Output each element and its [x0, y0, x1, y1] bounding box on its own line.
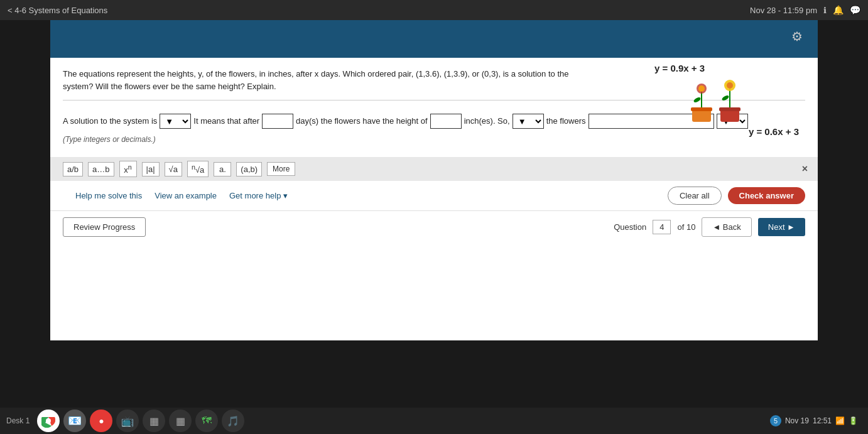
back-button[interactable]: ◄ Back [702, 217, 751, 237]
taskbar-grid1[interactable]: ▦ [143, 410, 165, 432]
info-icon[interactable]: ℹ [823, 6, 827, 15]
bottom-toolbar: Review Progress Question 4 of 10 ◄ Back … [50, 210, 818, 243]
top-bar: < 4-6 Systems of Equations Nov 28 - 11:5… [0, 0, 868, 20]
flower-display: y = 0.9x + 3 y = 0.6x + 3 [654, 63, 799, 138]
taskbar-badge: 5 [770, 415, 781, 426]
taskbar-date: Nov 19 [785, 416, 809, 425]
fraction-btn[interactable]: a/b [63, 162, 83, 176]
clear-all-button[interactable]: Clear all [668, 187, 722, 205]
days-input[interactable] [262, 114, 293, 129]
taskbar-clock: 12:51 [813, 416, 832, 425]
inches-input[interactable] [430, 114, 462, 129]
mixed-num-btn[interactable]: a…b [88, 162, 114, 176]
settings-icon[interactable]: ⚙ [791, 30, 803, 43]
abs-val-btn[interactable]: |a| [142, 162, 160, 176]
taskbar-chrome[interactable] [37, 410, 60, 432]
of-label: of 10 [677, 222, 695, 232]
question-label: Question [614, 222, 646, 232]
svg-point-4 [698, 85, 705, 92]
help-me-link[interactable]: Help me solve this [75, 191, 142, 200]
chrome-icon [41, 414, 55, 428]
svg-point-5 [693, 96, 701, 103]
decimal-btn[interactable]: a. [214, 162, 231, 176]
svg-point-11 [721, 94, 729, 101]
taskbar-maps[interactable]: 🗺 [195, 410, 218, 432]
toolbar-close-btn[interactable]: × [802, 163, 808, 175]
desk-label: Desk 1 [6, 416, 30, 425]
input-middle3: inch(es). So, [464, 113, 510, 129]
review-progress-button[interactable]: Review Progress [63, 217, 146, 237]
nth-root-btn[interactable]: n√a [187, 161, 209, 177]
exponent-btn[interactable]: xn [119, 161, 137, 177]
taskbar-tv[interactable]: 📺 [116, 410, 139, 432]
blue-header: ⚙ [50, 20, 818, 58]
taskbar: Desk 1 📧 ● 📺 ▦ ▦ 🗺 🎵 5 Nov 19 12:51 📶 🔋 [0, 408, 868, 434]
question-nav: Question 4 of 10 ◄ Back Next ► [614, 217, 805, 237]
input-middle2: day(s) the flowers have the height of [296, 113, 428, 129]
battery-icon: 🔋 [849, 416, 858, 425]
wifi-icon: 📶 [835, 416, 845, 425]
input-middle1: It means that after [193, 113, 259, 129]
question-number: 4 [653, 220, 671, 234]
solution-select[interactable]: ▼ (1,3.6) (1,3.9) (0,3) [160, 114, 191, 129]
top-bar-right: Nov 28 - 11:59 pm ℹ 🔔 💬 [750, 5, 860, 15]
equation-left: y = 0.9x + 3 [654, 63, 705, 73]
get-more-help-link[interactable]: Get more help ▾ [229, 191, 288, 200]
main-content: ⚙ The equations represent the heights, y… [50, 20, 818, 340]
back-link[interactable]: < 4-6 Systems of Equations [8, 6, 107, 15]
sqrt-btn[interactable]: √a [165, 162, 182, 176]
due-date: Nov 28 - 11:59 pm [750, 6, 817, 15]
taskbar-music[interactable]: 🎵 [222, 410, 244, 432]
problem-text: The equations represent the heights, y, … [63, 68, 578, 92]
action-buttons: Clear all Check answer [668, 187, 805, 205]
bell-icon[interactable]: 🔔 [833, 5, 844, 15]
svg-point-13 [46, 418, 51, 423]
flower-svg [689, 75, 764, 125]
breadcrumb: < 4-6 Systems of Equations [8, 6, 107, 15]
check-answer-button[interactable]: Check answer [728, 187, 805, 204]
point-btn[interactable]: (a,b) [236, 162, 262, 176]
help-row: Help me solve this View an example Get m… [63, 185, 300, 207]
input-prefix: A solution to the system is [63, 113, 157, 129]
taskbar-time-area: 5 Nov 19 12:51 📶 🔋 [770, 415, 858, 426]
svg-rect-7 [719, 107, 741, 111]
input-middle4: the flowers [546, 113, 586, 129]
so-select[interactable]: ▼ will will not [513, 114, 544, 129]
equation-right: y = 0.6x + 3 [749, 126, 799, 137]
next-button[interactable]: Next ► [758, 218, 805, 236]
view-example-link[interactable]: View an example [155, 191, 217, 200]
more-btn[interactable]: More [267, 162, 295, 176]
help-action-row: Help me solve this View an example Get m… [50, 181, 818, 210]
chat-icon[interactable]: 💬 [850, 5, 860, 15]
math-toolbar: a/b a…b xn |a| √a n√a a. (a,b) More × [50, 157, 818, 181]
taskbar-red[interactable]: ● [90, 410, 112, 432]
svg-point-10 [727, 82, 733, 89]
taskbar-grid2[interactable]: ▦ [169, 410, 192, 432]
taskbar-email[interactable]: 📧 [63, 410, 86, 432]
svg-rect-1 [691, 107, 712, 111]
